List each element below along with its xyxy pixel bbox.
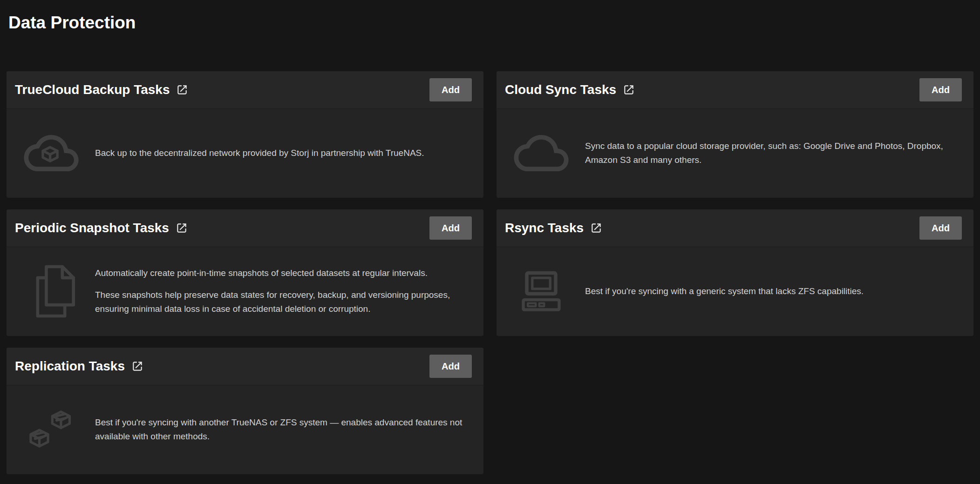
storj-cloud-icon: [22, 134, 80, 173]
description-paragraph: Back up to the decentralized network pro…: [95, 146, 424, 160]
description-paragraph: Best if you're syncing with a generic sy…: [585, 284, 864, 298]
data-protection-page: Data Protection TrueCloud Backup Tasks A…: [0, 0, 980, 474]
cards-grid: TrueCloud Backup Tasks Add Back up to th…: [7, 71, 973, 474]
open-in-new-icon[interactable]: [623, 84, 635, 96]
add-replication-task-button[interactable]: Add: [429, 355, 472, 378]
open-in-new-icon[interactable]: [131, 360, 143, 372]
card-title: Periodic Snapshot Tasks: [15, 221, 169, 235]
open-in-new-icon[interactable]: [590, 222, 602, 234]
card-title: Cloud Sync Tasks: [505, 82, 616, 97]
card-periodic-snapshot-tasks: Periodic Snapshot Tasks Add Automati: [7, 209, 483, 336]
add-periodic-snapshot-task-button[interactable]: Add: [429, 216, 472, 240]
card-body: Best if you're syncing with another True…: [7, 385, 483, 474]
page-title: Data Protection: [7, 0, 973, 33]
cloud-icon: [512, 134, 570, 173]
description-paragraph: Sync data to a popular cloud storage pro…: [585, 139, 958, 168]
snapshot-documents-icon: [22, 263, 80, 320]
card-replication-tasks: Replication Tasks Add B: [7, 348, 483, 474]
card-body: Back up to the decentralized network pro…: [7, 109, 483, 198]
add-truecloud-backup-task-button[interactable]: Add: [429, 78, 472, 101]
add-rsync-task-button[interactable]: Add: [919, 216, 962, 240]
truecloud-backup-tasks-link[interactable]: TrueCloud Backup Tasks: [15, 82, 188, 97]
card-body: Best if you're syncing with a generic sy…: [497, 247, 973, 336]
card-header: Periodic Snapshot Tasks Add: [7, 209, 483, 247]
card-title: Replication Tasks: [15, 359, 125, 374]
card-description: Best if you're syncing with another True…: [95, 416, 468, 444]
card-title: Rsync Tasks: [505, 221, 584, 235]
description-paragraph: These snapshots help preserve data state…: [95, 288, 468, 316]
periodic-snapshot-tasks-link[interactable]: Periodic Snapshot Tasks: [15, 221, 188, 235]
card-header: Rsync Tasks Add: [497, 209, 973, 247]
rsync-tasks-link[interactable]: Rsync Tasks: [505, 221, 602, 235]
replication-tasks-link[interactable]: Replication Tasks: [15, 359, 143, 374]
description-paragraph: Best if you're syncing with another True…: [95, 416, 468, 444]
card-description: Automatically create point-in-time snaps…: [95, 266, 468, 316]
card-body: Automatically create point-in-time snaps…: [7, 247, 483, 336]
card-header: TrueCloud Backup Tasks Add: [7, 71, 483, 109]
card-cloud-sync-tasks: Cloud Sync Tasks Add Sync data to a popu…: [497, 71, 973, 198]
description-paragraph: Automatically create point-in-time snaps…: [95, 266, 468, 280]
card-truecloud-backup-tasks: TrueCloud Backup Tasks Add Back up to th…: [7, 71, 483, 198]
card-description: Back up to the decentralized network pro…: [95, 146, 424, 160]
card-description: Sync data to a popular cloud storage pro…: [585, 139, 958, 168]
card-header: Cloud Sync Tasks Add: [497, 71, 973, 109]
cloud-sync-tasks-link[interactable]: Cloud Sync Tasks: [505, 82, 635, 97]
card-rsync-tasks: Rsync Tasks Add: [497, 209, 973, 336]
replication-boxes-icon: [22, 408, 80, 451]
add-cloud-sync-task-button[interactable]: Add: [919, 78, 962, 101]
open-in-new-icon[interactable]: [176, 222, 188, 234]
card-description: Best if you're syncing with a generic sy…: [585, 284, 864, 298]
card-body: Sync data to a popular cloud storage pro…: [497, 109, 973, 198]
card-header: Replication Tasks Add: [7, 348, 483, 385]
computer-icon: [512, 269, 570, 313]
open-in-new-icon[interactable]: [176, 84, 188, 96]
card-title: TrueCloud Backup Tasks: [15, 82, 170, 97]
